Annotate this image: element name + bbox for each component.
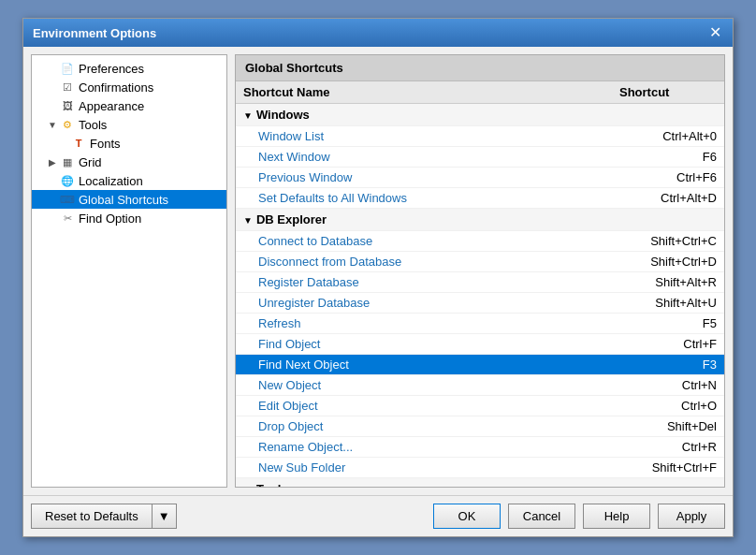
expander-localization bbox=[47, 176, 58, 186]
shortcuts-table: Shortcut Name Shortcut ▼WindowsWindow Li… bbox=[236, 81, 724, 487]
close-button[interactable]: ✕ bbox=[707, 25, 723, 40]
shortcut-value-cell: Shift+Del bbox=[612, 416, 724, 437]
help-button[interactable]: Help bbox=[583, 504, 650, 529]
shortcut-value-cell: F3 bbox=[612, 355, 724, 375]
sidebar-item-localization[interactable]: 🌐 Localization bbox=[32, 171, 226, 190]
sidebar-item-confirmations[interactable]: ☑ Confirmations bbox=[32, 78, 226, 96]
title-bar: Environment Options ✕ bbox=[23, 19, 733, 47]
sidebar-label-confirmations: Confirmations bbox=[79, 80, 153, 95]
shortcut-value-cell: Ctrl+Alt+0 bbox=[612, 126, 724, 147]
expander-confirmations bbox=[47, 82, 58, 93]
group-row: ▼DB Explorer bbox=[236, 209, 724, 231]
shortcut-value-cell: Shift+Ctrl+F bbox=[612, 458, 724, 478]
dialog-footer: Reset to Defaults ▼ OK Cancel Help Apply bbox=[23, 495, 733, 536]
group-row: ▼Tools bbox=[236, 478, 724, 488]
col-shortcut: Shortcut bbox=[612, 81, 724, 104]
shortcut-name-cell: Next Window bbox=[236, 147, 612, 168]
table-row[interactable]: Set Defaults to All WindowsCtrl+Alt+D bbox=[236, 188, 724, 209]
expander-shortcuts bbox=[47, 195, 58, 205]
sidebar-item-grid[interactable]: ▶ ▦ Grid bbox=[32, 153, 226, 171]
panel-header: Global Shortcuts bbox=[236, 55, 724, 81]
shortcut-name-cell: Register Database bbox=[236, 272, 612, 293]
shortcut-value-cell: Ctrl+F6 bbox=[612, 168, 724, 188]
findopt-icon: ✂ bbox=[60, 211, 75, 226]
expander-appearance bbox=[47, 101, 58, 111]
sidebar-item-fonts[interactable]: T Fonts bbox=[32, 134, 226, 153]
table-row[interactable]: RefreshF5 bbox=[236, 314, 724, 334]
table-row[interactable]: Register DatabaseShift+Alt+R bbox=[236, 272, 724, 293]
sidebar-label-localization: Localization bbox=[79, 174, 143, 188]
sidebar-item-find-option[interactable]: ✂ Find Option bbox=[32, 209, 226, 227]
table-row[interactable]: New Sub FolderShift+Ctrl+F bbox=[236, 458, 724, 478]
shortcut-value-cell: F5 bbox=[612, 314, 724, 334]
shortcut-name-cell: New Sub Folder bbox=[236, 458, 612, 478]
expander-grid: ▶ bbox=[47, 157, 58, 168]
sidebar-label-global-shortcuts: Global Shortcuts bbox=[79, 193, 168, 207]
shortcut-value-cell: Ctrl+Alt+D bbox=[612, 188, 724, 209]
preferences-icon: 📄 bbox=[60, 61, 75, 76]
dialog-body: 📄 Preferences ☑ Confirmations 🖼 Appearan… bbox=[23, 47, 733, 495]
confirmations-icon: ☑ bbox=[60, 80, 75, 95]
sidebar-label-tools: Tools bbox=[79, 118, 107, 132]
shortcut-value-cell: Shift+Alt+R bbox=[612, 272, 724, 293]
shortcut-value-cell: Shift+Ctrl+C bbox=[612, 231, 724, 252]
shortcut-value-cell: Shift+Ctrl+D bbox=[612, 252, 724, 272]
shortcut-value-cell: Shift+Alt+U bbox=[612, 293, 724, 314]
reset-defaults-arrow[interactable]: ▼ bbox=[153, 504, 177, 529]
reset-defaults-button[interactable]: Reset to Defaults bbox=[31, 504, 153, 529]
shortcut-name-cell: Find Object bbox=[236, 334, 612, 355]
apply-button[interactable]: Apply bbox=[658, 504, 725, 529]
table-row[interactable]: Find ObjectCtrl+F bbox=[236, 334, 724, 355]
table-row[interactable]: New ObjectCtrl+N bbox=[236, 375, 724, 396]
shortcuts-table-wrapper[interactable]: Shortcut Name Shortcut ▼WindowsWindow Li… bbox=[236, 81, 724, 487]
sidebar-item-tools[interactable]: ▼ ⚙ Tools bbox=[32, 115, 226, 134]
shortcut-name-cell: Connect to Database bbox=[236, 231, 612, 252]
sidebar-item-global-shortcuts[interactable]: ⌨ Global Shortcuts bbox=[32, 190, 226, 209]
table-row[interactable]: Disconnect from DatabaseShift+Ctrl+D bbox=[236, 252, 724, 272]
shortcut-name-cell: Unregister Database bbox=[236, 293, 612, 314]
cancel-button[interactable]: Cancel bbox=[508, 504, 575, 529]
table-row[interactable]: Next WindowF6 bbox=[236, 147, 724, 168]
appearance-icon: 🖼 bbox=[60, 98, 75, 113]
expander-preferences bbox=[47, 64, 58, 74]
sidebar-item-appearance[interactable]: 🖼 Appearance bbox=[32, 96, 226, 115]
shortcut-name-cell: Rename Object... bbox=[236, 437, 612, 458]
group-row: ▼Windows bbox=[236, 104, 724, 126]
table-row[interactable]: Find Next ObjectF3 bbox=[236, 355, 724, 375]
table-row[interactable]: Connect to DatabaseShift+Ctrl+C bbox=[236, 231, 724, 252]
sidebar-label-grid: Grid bbox=[79, 155, 102, 169]
table-row[interactable]: Unregister DatabaseShift+Alt+U bbox=[236, 293, 724, 314]
ok-button[interactable]: OK bbox=[433, 504, 501, 529]
shortcut-value-cell: Ctrl+R bbox=[612, 437, 724, 458]
main-panel: Global Shortcuts Shortcut Name Shortcut … bbox=[235, 54, 725, 488]
sidebar-label-appearance: Appearance bbox=[79, 99, 144, 113]
shortcut-value-cell: Ctrl+N bbox=[612, 375, 724, 396]
table-row[interactable]: Window ListCtrl+Alt+0 bbox=[236, 126, 724, 147]
table-row[interactable]: Previous WindowCtrl+F6 bbox=[236, 168, 724, 188]
table-row[interactable]: Drop ObjectShift+Del bbox=[236, 416, 724, 437]
sidebar-item-preferences[interactable]: 📄 Preferences bbox=[32, 59, 226, 78]
shortcut-name-cell: Previous Window bbox=[236, 168, 612, 188]
footer-right: OK Cancel Help Apply bbox=[433, 504, 725, 529]
expander-fonts bbox=[58, 139, 69, 149]
shortcut-name-cell: New Object bbox=[236, 375, 612, 396]
shortcut-name-cell: Window List bbox=[236, 126, 612, 147]
sidebar-label-preferences: Preferences bbox=[79, 62, 144, 76]
fonts-icon: T bbox=[71, 136, 86, 151]
shortcut-name-cell: Set Defaults to All Windows bbox=[236, 188, 612, 209]
shortcut-value-cell: Ctrl+F bbox=[612, 334, 724, 355]
sidebar-label-find-option: Find Option bbox=[79, 212, 141, 226]
localization-icon: 🌐 bbox=[60, 173, 75, 188]
shortcuts-icon: ⌨ bbox=[60, 192, 75, 207]
expander-findopt bbox=[47, 213, 58, 224]
environment-options-dialog: Environment Options ✕ 📄 Preferences ☑ Co… bbox=[22, 18, 734, 537]
shortcut-name-cell: Drop Object bbox=[236, 416, 612, 437]
shortcut-name-cell: Find Next Object bbox=[236, 355, 612, 375]
expander-tools: ▼ bbox=[47, 120, 58, 130]
table-row[interactable]: Edit ObjectCtrl+O bbox=[236, 396, 724, 416]
footer-left: Reset to Defaults ▼ bbox=[31, 504, 177, 529]
col-shortcut-name: Shortcut Name bbox=[236, 81, 612, 104]
shortcut-name-cell: Disconnect from Database bbox=[236, 252, 612, 272]
shortcut-name-cell: Refresh bbox=[236, 314, 612, 334]
table-row[interactable]: Rename Object...Ctrl+R bbox=[236, 437, 724, 458]
